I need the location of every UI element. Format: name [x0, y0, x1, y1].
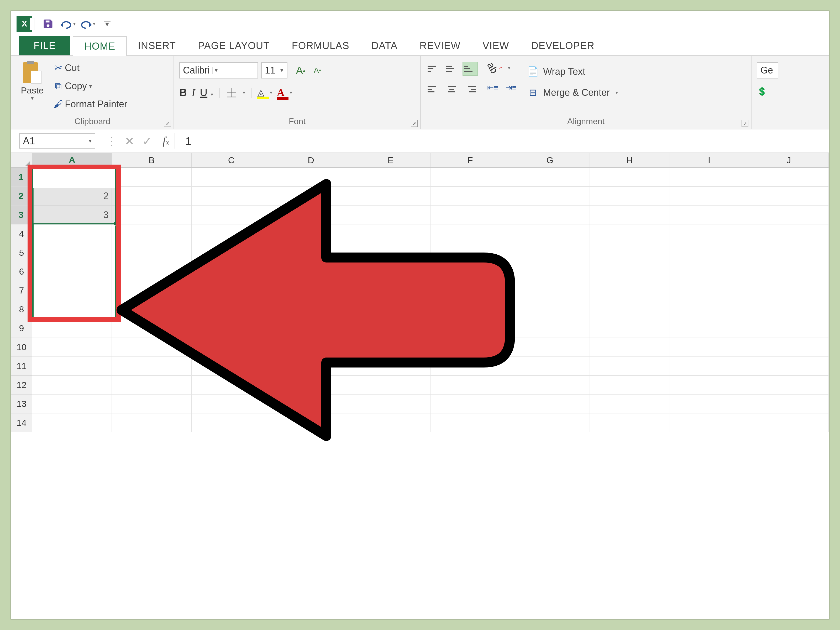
cell-C11[interactable]	[192, 357, 271, 376]
cell-D5[interactable]	[271, 243, 351, 262]
cell-A5[interactable]	[32, 243, 112, 262]
cell-E4[interactable]	[351, 224, 431, 243]
align-middle-button[interactable]	[444, 62, 459, 75]
cell-E12[interactable]	[351, 376, 431, 395]
col-header-C[interactable]: C	[192, 153, 271, 167]
cell-D11[interactable]	[271, 357, 351, 376]
underline-button[interactable]: U	[200, 87, 207, 98]
number-format-combo[interactable]: Ge	[757, 62, 778, 79]
cell-A11[interactable]	[32, 357, 112, 376]
cell-F2[interactable]	[431, 186, 510, 205]
align-center-button[interactable]	[444, 83, 459, 96]
tab-formulas[interactable]: FORMULAS	[281, 36, 360, 55]
cell-F5[interactable]	[431, 243, 510, 262]
cell-I2[interactable]	[669, 186, 749, 205]
cell-A4[interactable]	[32, 224, 112, 243]
name-box[interactable]: A1 ▾	[19, 133, 95, 148]
tab-home[interactable]: HOME	[73, 36, 127, 56]
cell-C7[interactable]	[192, 281, 271, 300]
cell-J9[interactable]	[749, 319, 829, 338]
clipboard-launcher-icon[interactable]: ⤢	[164, 120, 171, 127]
cell-I13[interactable]	[669, 395, 749, 414]
cell-H14[interactable]	[590, 414, 669, 432]
cancel-formula-icon[interactable]: ✕	[125, 134, 134, 148]
cell-I10[interactable]	[669, 338, 749, 357]
cell-A10[interactable]	[32, 338, 112, 357]
row-header-7[interactable]: 7	[11, 281, 32, 300]
cell-F13[interactable]	[431, 395, 510, 414]
increase-indent-button[interactable]: ⇥≡	[504, 81, 518, 94]
cell-H13[interactable]	[590, 395, 669, 414]
orientation-dropdown-icon[interactable]: ▾	[508, 65, 510, 71]
col-header-D[interactable]: D	[271, 153, 351, 167]
paste-button[interactable]: Paste ▾	[17, 58, 48, 101]
col-header-H[interactable]: H	[590, 153, 669, 167]
cell-J8[interactable]	[749, 300, 829, 319]
cell-D3[interactable]	[271, 205, 351, 224]
align-top-button[interactable]	[426, 62, 441, 75]
cell-E5[interactable]	[351, 243, 431, 262]
cell-I8[interactable]	[669, 300, 749, 319]
cell-E8[interactable]	[351, 300, 431, 319]
cell-C8[interactable]	[192, 300, 271, 319]
cell-I1[interactable]	[669, 168, 749, 186]
cell-B14[interactable]	[112, 414, 191, 432]
cell-A3[interactable]: 3	[32, 205, 112, 224]
merge-dropdown-icon[interactable]: ▾	[616, 90, 618, 96]
cell-D10[interactable]	[271, 338, 351, 357]
cell-J5[interactable]	[749, 243, 829, 262]
merge-center-button[interactable]: ⊟ Merge & Center ▾	[526, 82, 618, 103]
col-header-A[interactable]: A	[32, 153, 112, 167]
align-left-button[interactable]	[426, 83, 441, 96]
enter-formula-icon[interactable]: ✓	[142, 134, 152, 148]
cell-B10[interactable]	[112, 338, 191, 357]
cell-E9[interactable]	[351, 319, 431, 338]
cell-D14[interactable]	[271, 414, 351, 432]
cell-H11[interactable]	[590, 357, 669, 376]
cell-G5[interactable]	[510, 243, 590, 262]
increase-font-icon[interactable]: A▴	[293, 63, 308, 78]
cell-D4[interactable]	[271, 224, 351, 243]
cell-B6[interactable]	[112, 262, 191, 281]
cell-B3[interactable]	[112, 205, 191, 224]
row-header-11[interactable]: 11	[11, 357, 32, 376]
row-header-12[interactable]: 12	[11, 376, 32, 395]
cell-D1[interactable]	[271, 168, 351, 186]
fill-color-dropdown-icon[interactable]: ▾	[270, 90, 272, 96]
tab-view[interactable]: VIEW	[471, 36, 520, 55]
cell-G9[interactable]	[510, 319, 590, 338]
cell-G1[interactable]	[510, 168, 590, 186]
select-all-button[interactable]	[11, 153, 32, 168]
tab-file[interactable]: FILE	[19, 36, 70, 55]
cell-I4[interactable]	[669, 224, 749, 243]
font-name-dropdown-icon[interactable]: ▾	[212, 67, 218, 74]
cell-B1[interactable]	[112, 168, 191, 186]
font-color-button[interactable]: A	[277, 86, 284, 99]
cell-G6[interactable]	[510, 262, 590, 281]
copy-button[interactable]: ⧉ Copy ▾	[52, 78, 127, 94]
cell-G13[interactable]	[510, 395, 590, 414]
cell-G3[interactable]	[510, 205, 590, 224]
row-header-8[interactable]: 8	[11, 300, 32, 319]
cell-H8[interactable]	[590, 300, 669, 319]
cut-button[interactable]: ✂ Cut	[52, 60, 127, 76]
row-header-3[interactable]: 3	[11, 205, 32, 224]
cell-D7[interactable]	[271, 281, 351, 300]
cell-J13[interactable]	[749, 395, 829, 414]
cell-I3[interactable]	[669, 205, 749, 224]
alignment-launcher-icon[interactable]: ⤢	[742, 120, 748, 127]
cell-E1[interactable]	[351, 168, 431, 186]
cell-C9[interactable]	[192, 319, 271, 338]
cell-I5[interactable]	[669, 243, 749, 262]
formula-input[interactable]: 1	[180, 133, 829, 148]
cell-A2[interactable]: 2	[32, 186, 112, 205]
col-header-J[interactable]: J	[749, 153, 829, 167]
cell-I14[interactable]	[669, 414, 749, 432]
cell-H2[interactable]	[590, 186, 669, 205]
insert-function-icon[interactable]: fx	[163, 134, 169, 148]
cell-B7[interactable]	[112, 281, 191, 300]
cell-I9[interactable]	[669, 319, 749, 338]
cell-H3[interactable]	[590, 205, 669, 224]
cell-A1[interactable]: 1	[32, 168, 112, 186]
accounting-format-icon[interactable]: 💲	[757, 86, 767, 96]
